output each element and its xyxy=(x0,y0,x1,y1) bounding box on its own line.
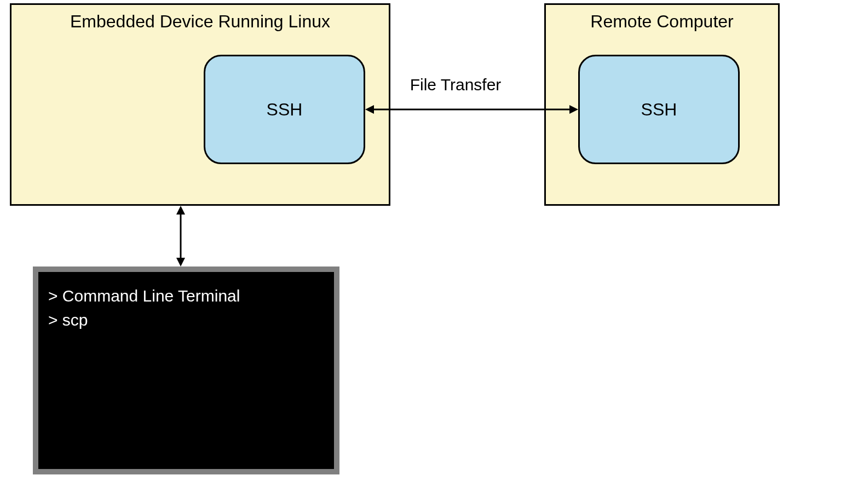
remote-ssh-label: SSH xyxy=(641,100,677,120)
file-transfer-label: File Transfer xyxy=(368,76,543,94)
embedded-ssh-label: SSH xyxy=(267,100,303,120)
embedded-device-title: Embedded Device Running Linux xyxy=(11,5,389,32)
file-transfer-arrow xyxy=(365,104,578,115)
terminal-line-1: > Command Line Terminal xyxy=(48,284,324,308)
embedded-ssh-box: SSH xyxy=(204,55,365,164)
svg-marker-4 xyxy=(176,206,185,215)
svg-marker-1 xyxy=(365,105,374,114)
terminal-arrow xyxy=(175,206,186,267)
terminal-line-2: > scp xyxy=(48,308,324,332)
remote-computer-title: Remote Computer xyxy=(546,5,778,32)
terminal-box: > Command Line Terminal > scp xyxy=(33,267,339,474)
svg-marker-5 xyxy=(176,258,185,267)
remote-ssh-box: SSH xyxy=(578,55,740,164)
svg-marker-2 xyxy=(569,105,578,114)
